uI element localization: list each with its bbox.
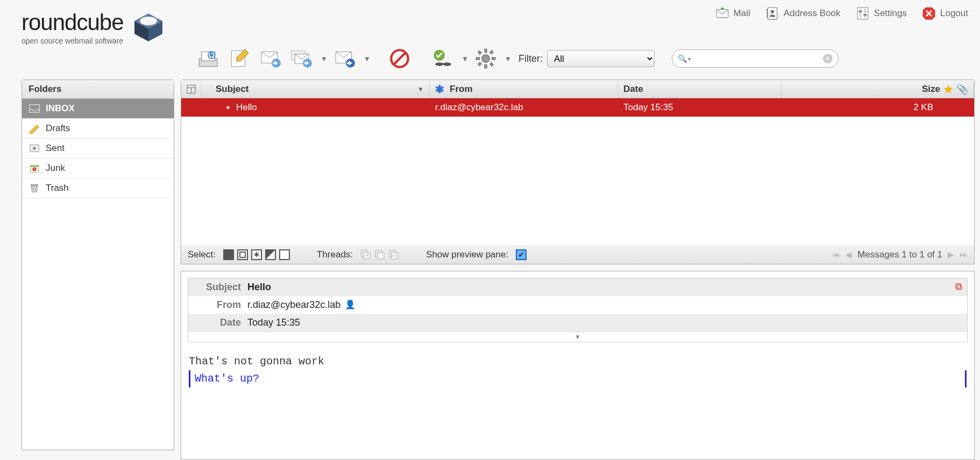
attachment-icon: 📎 — [956, 83, 968, 95]
folder-inbox[interactable]: INBOX — [22, 99, 174, 119]
select-invert-button[interactable] — [265, 249, 276, 260]
body-quote: What's up? — [189, 370, 967, 387]
cube-icon — [131, 10, 166, 45]
thread-expand-icon[interactable]: + — [360, 249, 371, 260]
preview-from-label: From — [195, 299, 241, 311]
svg-rect-4 — [766, 12, 768, 14]
settings-icon — [856, 6, 870, 20]
svg-rect-3 — [766, 9, 768, 11]
folders-header: Folders — [22, 80, 174, 99]
folder-sent[interactable]: Sent — [22, 139, 174, 159]
reply-all-dropdown[interactable]: ▼ — [319, 55, 327, 63]
message-subject: Hello — [236, 102, 257, 113]
column-subject[interactable]: Subject ▼ — [202, 80, 430, 98]
forward-dropdown[interactable]: ▼ — [363, 55, 370, 63]
preview-subject-value: Hello — [247, 282, 271, 293]
compose-button[interactable] — [226, 45, 253, 72]
select-unread-button[interactable] — [251, 249, 262, 260]
message-body: That's not gonna work What's up? — [181, 349, 974, 392]
search-icon[interactable]: 🔍 — [678, 54, 691, 63]
unread-dot-icon — [226, 106, 230, 109]
nav-mail[interactable]: Mail — [715, 6, 750, 20]
folder-junk[interactable]: Junk — [22, 159, 174, 178]
logout-icon — [922, 6, 936, 20]
contact-icon[interactable]: 👤 — [345, 299, 356, 311]
svg-point-36 — [482, 55, 490, 63]
preview-header: Subject Hello From r.diaz@cybear32c.lab … — [188, 278, 968, 342]
pager-text: Messages 1 to 1 of 1 — [857, 249, 942, 260]
column-size[interactable]: Size ★ 📎 — [782, 80, 974, 98]
open-in-window-button[interactable]: ⧉ — [955, 281, 962, 292]
svg-rect-40 — [492, 58, 495, 60]
columns-icon — [187, 84, 196, 94]
svg-rect-43 — [490, 51, 494, 54]
expand-headers-button[interactable]: ▼ — [188, 332, 967, 342]
column-date[interactable]: Date — [618, 80, 782, 98]
preview-date-value: Today 15:35 — [247, 317, 300, 328]
preview-pane-label: Show preview pane: — [426, 249, 508, 260]
search-clear-icon[interactable]: ✕ — [823, 54, 833, 63]
folder-drafts[interactable]: Drafts — [22, 119, 174, 139]
svg-rect-48 — [30, 166, 39, 167]
svg-rect-39 — [476, 58, 479, 60]
filter-label: Filter: — [519, 53, 543, 64]
pager-next-button[interactable]: ▶ — [948, 250, 954, 260]
select-all-button[interactable] — [223, 249, 234, 260]
more-actions-dropdown[interactable]: ▼ — [503, 55, 511, 63]
pager-last-button[interactable]: ⏭ — [960, 250, 968, 259]
svg-rect-9 — [858, 11, 862, 12]
delete-button[interactable] — [386, 45, 413, 72]
svg-rect-5 — [766, 15, 768, 17]
svg-rect-61 — [378, 253, 384, 259]
nav-mail-label: Mail — [734, 8, 750, 19]
thread-expand-unread-icon[interactable] — [374, 249, 385, 260]
inbox-icon — [29, 103, 40, 114]
forward-button[interactable] — [331, 45, 358, 72]
folder-label: Sent — [46, 143, 65, 154]
nav-addressbook-label: Address Book — [784, 8, 841, 19]
pager-first-button[interactable]: ⏮ — [832, 250, 840, 259]
folder-label: Drafts — [46, 123, 70, 134]
svg-rect-35 — [442, 63, 444, 64]
logo: roundcube open source webmail software — [22, 10, 166, 45]
nav-settings[interactable]: Settings — [856, 6, 907, 20]
thread-collapse-icon[interactable] — [388, 249, 399, 260]
top-nav: Mail Address Book Settings Logout — [715, 6, 968, 20]
mark-button[interactable] — [429, 45, 456, 72]
message-row[interactable]: Hello r.diaz@cybear32c.lab Today 15:35 2… — [181, 98, 974, 117]
svg-rect-10 — [863, 14, 867, 16]
nav-logout[interactable]: Logout — [922, 6, 968, 20]
folder-trash[interactable]: Trash — [22, 178, 174, 198]
reply-all-button[interactable] — [288, 45, 315, 72]
message-list-panel: Subject ▼ ✱ From Date Size ★ 📎 Hello r.d… — [181, 80, 975, 246]
preview-pane-checkbox[interactable]: ✔ — [516, 249, 527, 260]
select-page-button[interactable] — [237, 249, 248, 260]
column-from[interactable]: ✱ From — [430, 80, 618, 98]
mail-icon — [715, 6, 729, 20]
brand-tagline: open source webmail software — [22, 37, 124, 45]
svg-rect-8 — [864, 9, 865, 18]
filter-select[interactable]: All — [547, 50, 655, 67]
pager-prev-button[interactable]: ◀ — [846, 250, 852, 260]
column-config-button[interactable] — [181, 80, 202, 98]
flag-icon: ★ — [943, 83, 953, 96]
preview-pane: ⧉ Subject Hello From r.diaz@cybear32c.la… — [181, 271, 975, 460]
svg-point-46 — [33, 147, 36, 150]
nav-settings-label: Settings — [874, 8, 907, 19]
message-size: 2 KB — [913, 102, 933, 112]
svg-point-15 — [140, 17, 157, 25]
trash-icon — [29, 183, 40, 193]
more-actions-button[interactable] — [472, 45, 499, 72]
refresh-button[interactable] — [195, 45, 222, 72]
svg-point-33 — [435, 62, 443, 66]
nav-addressbook[interactable]: Address Book — [765, 6, 841, 20]
svg-line-31 — [394, 53, 406, 64]
search-input[interactable] — [694, 54, 820, 63]
mark-dropdown[interactable]: ▼ — [460, 55, 468, 63]
folder-label: Trash — [46, 183, 69, 193]
select-none-button[interactable] — [279, 249, 290, 260]
svg-rect-6 — [857, 8, 868, 19]
svg-rect-38 — [485, 65, 487, 68]
reply-button[interactable] — [257, 45, 284, 72]
asterisk-icon: ✱ — [435, 83, 444, 96]
